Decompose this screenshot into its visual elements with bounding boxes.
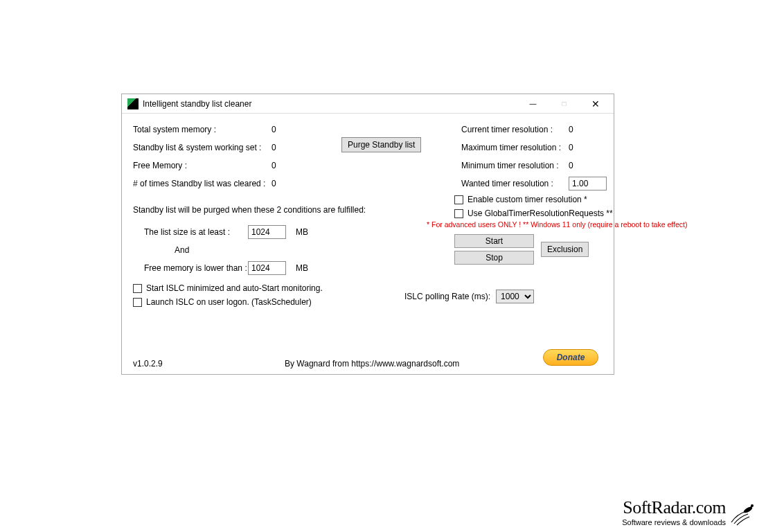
satellite-icon — [727, 502, 758, 526]
content-area: Total system memory : 0 Standby list & s… — [122, 114, 614, 374]
list-size-unit: MB — [296, 227, 308, 237]
polling-select[interactable]: 1000 — [496, 290, 534, 303]
cur-timer-value: 0 — [569, 125, 573, 134]
logon-label: Launch ISLC on user logon. (TaskSchedule… — [146, 297, 312, 307]
global-timer-label: Use GlobalTimerResolutionRequests ** — [467, 209, 613, 218]
cleared-count-label: # of times Standby list was cleared : — [133, 179, 271, 188]
watermark-brand: SoftRadar.com — [622, 497, 726, 518]
titlebar: Intelligent standby list cleaner ― □ ✕ — [122, 94, 614, 114]
min-timer-value: 0 — [569, 161, 573, 170]
exclusion-button[interactable]: Exclusion — [541, 242, 589, 257]
donate-button[interactable]: Donate — [543, 349, 598, 366]
cur-timer-label: Current timer resolution : — [461, 125, 569, 134]
maximize-button[interactable]: □ — [549, 95, 580, 113]
byline-label: By Wagnard from https://www.wagnardsoft.… — [285, 359, 459, 369]
min-timer-label: Minimum timer resolution : — [461, 161, 569, 170]
max-timer-label: Maximum timer resolution : — [461, 143, 569, 152]
window-title: Intelligent standby list cleaner — [143, 99, 251, 109]
standby-set-label: Standby list & system working set : — [133, 143, 271, 152]
total-memory-value: 0 — [271, 125, 313, 134]
minimize-button[interactable]: ― — [517, 95, 549, 113]
logon-checkbox[interactable] — [133, 298, 142, 307]
global-timer-checkbox[interactable] — [454, 209, 463, 218]
total-memory-label: Total system memory : — [133, 125, 271, 134]
polling-label: ISLC polling Rate (ms): — [404, 292, 490, 301]
list-size-label: The list size is at least : — [144, 227, 248, 237]
free-memory-label: Free Memory : — [133, 161, 271, 170]
stop-button[interactable]: Stop — [454, 251, 534, 265]
and-label: And — [175, 245, 189, 255]
wanted-timer-input[interactable] — [569, 177, 607, 190]
wanted-timer-label: Wanted timer resolution : — [461, 179, 569, 188]
start-button[interactable]: Start — [454, 234, 534, 248]
minimized-label: Start ISLC minimized and auto-Start moni… — [146, 283, 323, 293]
right-column: Current timer resolution : 0 Maximum tim… — [454, 121, 731, 265]
app-window: Intelligent standby list cleaner ― □ ✕ T… — [121, 94, 614, 375]
free-lower-unit: MB — [296, 263, 308, 273]
standby-set-value: 0 — [271, 143, 313, 152]
app-icon — [127, 98, 139, 109]
free-lower-label: Free memory is lower than : — [144, 263, 248, 273]
list-size-input[interactable] — [248, 225, 286, 239]
custom-timer-label: Enable custom timer resolution * — [467, 195, 587, 204]
minimized-checkbox[interactable] — [133, 284, 142, 293]
cleared-count-value: 0 — [271, 179, 313, 188]
warning-text: * For advanced users ONLY ! ** Windows 1… — [427, 220, 731, 229]
purge-button[interactable]: Purge Standby list — [341, 137, 421, 152]
max-timer-value: 0 — [569, 143, 573, 152]
version-label: v1.0.2.9 — [133, 359, 163, 369]
watermark: SoftRadar.com Software reviews & downloa… — [622, 497, 758, 526]
custom-timer-checkbox[interactable] — [454, 195, 463, 204]
free-memory-value: 0 — [271, 161, 313, 170]
free-lower-input[interactable] — [248, 261, 286, 275]
conditions-text: Standby list will be purged when these 2… — [133, 205, 431, 215]
close-button[interactable]: ✕ — [580, 95, 611, 113]
watermark-tag: Software reviews & downloads — [622, 518, 726, 526]
